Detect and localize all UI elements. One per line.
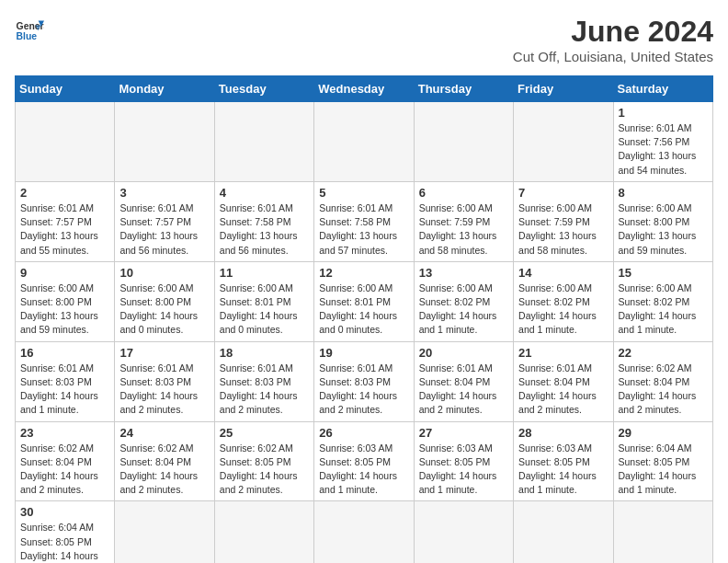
day-info: Sunrise: 6:01 AMSunset: 8:03 PMDaylight:…: [20, 362, 109, 418]
calendar-day-cell: 17Sunrise: 6:01 AMSunset: 8:03 PMDayligh…: [115, 341, 214, 421]
day-info: Sunrise: 6:02 AMSunset: 8:05 PMDaylight:…: [220, 442, 309, 498]
day-info: Sunrise: 6:01 AMSunset: 7:57 PMDaylight:…: [119, 201, 209, 258]
calendar-day-cell: [514, 501, 613, 563]
day-info: Sunrise: 6:01 AMSunset: 7:56 PMDaylight:…: [619, 121, 708, 178]
day-info: Sunrise: 6:01 AMSunset: 7:57 PMDaylight:…: [20, 201, 109, 258]
day-info: Sunrise: 6:00 AMSunset: 8:00 PMDaylight:…: [119, 282, 209, 338]
day-info: Sunrise: 6:01 AMSunset: 8:03 PMDaylight:…: [119, 362, 209, 418]
calendar-day-cell: 8Sunrise: 6:00 AMSunset: 8:00 PMDaylight…: [613, 181, 712, 261]
day-info: Sunrise: 6:00 AMSunset: 8:02 PMDaylight:…: [619, 282, 708, 338]
day-number: 23: [20, 426, 109, 440]
calendar-day-cell: 1Sunrise: 6:01 AMSunset: 7:56 PMDaylight…: [613, 102, 712, 182]
logo-icon: General Blue: [15, 15, 44, 44]
day-info: Sunrise: 6:00 AMSunset: 8:00 PMDaylight:…: [20, 282, 109, 338]
calendar-day-cell: [214, 102, 313, 182]
day-info: Sunrise: 6:01 AMSunset: 8:04 PMDaylight:…: [518, 362, 608, 418]
calendar-week-row: 16Sunrise: 6:01 AMSunset: 8:03 PMDayligh…: [16, 341, 713, 421]
calendar-day-cell: 22Sunrise: 6:02 AMSunset: 8:04 PMDayligh…: [613, 341, 712, 421]
calendar-day-cell: 23Sunrise: 6:02 AMSunset: 8:04 PMDayligh…: [16, 421, 115, 501]
calendar-day-cell: 19Sunrise: 6:01 AMSunset: 8:03 PMDayligh…: [314, 341, 414, 421]
day-of-week-header: Monday: [115, 76, 214, 102]
day-of-week-header: Thursday: [414, 76, 513, 102]
day-of-week-header: Friday: [514, 76, 613, 102]
day-number: 26: [319, 426, 408, 440]
calendar-day-cell: [115, 501, 214, 563]
calendar-day-cell: 18Sunrise: 6:01 AMSunset: 8:03 PMDayligh…: [214, 341, 313, 421]
calendar-day-cell: 21Sunrise: 6:01 AMSunset: 8:04 PMDayligh…: [514, 341, 613, 421]
calendar-day-cell: 4Sunrise: 6:01 AMSunset: 7:58 PMDaylight…: [214, 181, 313, 261]
day-info: Sunrise: 6:01 AMSunset: 7:58 PMDaylight:…: [319, 201, 408, 258]
day-of-week-header: Sunday: [16, 76, 115, 102]
calendar-day-cell: 10Sunrise: 6:00 AMSunset: 8:00 PMDayligh…: [115, 261, 214, 341]
day-number: 28: [518, 426, 608, 440]
day-number: 1: [619, 106, 708, 120]
day-info: Sunrise: 6:00 AMSunset: 8:02 PMDaylight:…: [518, 282, 608, 338]
day-number: 12: [319, 266, 408, 280]
calendar-week-row: 23Sunrise: 6:02 AMSunset: 8:04 PMDayligh…: [16, 421, 713, 501]
calendar-title: June 2024: [513, 15, 713, 49]
day-number: 25: [220, 426, 309, 440]
calendar-subtitle: Cut Off, Louisiana, United States: [513, 49, 713, 64]
calendar-day-cell: [16, 102, 115, 182]
calendar-day-cell: [314, 102, 414, 182]
day-number: 3: [119, 186, 209, 200]
day-info: Sunrise: 6:00 AMSunset: 8:01 PMDaylight:…: [319, 282, 408, 338]
calendar-day-cell: 9Sunrise: 6:00 AMSunset: 8:00 PMDaylight…: [16, 261, 115, 341]
calendar-day-cell: 30Sunrise: 6:04 AMSunset: 8:05 PMDayligh…: [16, 501, 115, 563]
calendar-body: 1Sunrise: 6:01 AMSunset: 7:56 PMDaylight…: [16, 102, 713, 564]
calendar-week-row: 9Sunrise: 6:00 AMSunset: 8:00 PMDaylight…: [16, 261, 713, 341]
day-info: Sunrise: 6:01 AMSunset: 8:04 PMDaylight:…: [419, 362, 508, 418]
day-number: 24: [119, 426, 209, 440]
calendar-day-cell: 11Sunrise: 6:00 AMSunset: 8:01 PMDayligh…: [214, 261, 313, 341]
calendar-day-cell: 6Sunrise: 6:00 AMSunset: 7:59 PMDaylight…: [414, 181, 513, 261]
svg-text:Blue: Blue: [17, 31, 38, 41]
day-info: Sunrise: 6:00 AMSunset: 7:59 PMDaylight:…: [518, 201, 608, 258]
calendar-day-cell: [613, 501, 712, 563]
calendar-day-cell: [514, 102, 613, 182]
day-number: 9: [20, 266, 109, 280]
calendar-day-cell: 13Sunrise: 6:00 AMSunset: 8:02 PMDayligh…: [414, 261, 513, 341]
calendar-day-cell: [214, 501, 313, 563]
calendar-day-cell: 28Sunrise: 6:03 AMSunset: 8:05 PMDayligh…: [514, 421, 613, 501]
day-info: Sunrise: 6:00 AMSunset: 7:59 PMDaylight:…: [419, 201, 508, 258]
day-number: 29: [619, 426, 708, 440]
calendar-day-cell: 3Sunrise: 6:01 AMSunset: 7:57 PMDaylight…: [115, 181, 214, 261]
day-number: 21: [518, 346, 608, 360]
day-info: Sunrise: 6:02 AMSunset: 8:04 PMDaylight:…: [119, 442, 209, 498]
day-number: 4: [220, 186, 309, 200]
calendar-day-cell: 5Sunrise: 6:01 AMSunset: 7:58 PMDaylight…: [314, 181, 414, 261]
day-number: 30: [20, 505, 109, 519]
day-info: Sunrise: 6:04 AMSunset: 8:05 PMDaylight:…: [619, 442, 708, 498]
day-number: 19: [319, 346, 408, 360]
day-number: 27: [419, 426, 508, 440]
day-info: Sunrise: 6:03 AMSunset: 8:05 PMDaylight:…: [419, 442, 508, 498]
calendar-day-cell: 24Sunrise: 6:02 AMSunset: 8:04 PMDayligh…: [115, 421, 214, 501]
day-info: Sunrise: 6:01 AMSunset: 8:03 PMDaylight:…: [319, 362, 408, 418]
calendar-week-row: 30Sunrise: 6:04 AMSunset: 8:05 PMDayligh…: [16, 501, 713, 563]
calendar-day-cell: 25Sunrise: 6:02 AMSunset: 8:05 PMDayligh…: [214, 421, 313, 501]
calendar-day-cell: 12Sunrise: 6:00 AMSunset: 8:01 PMDayligh…: [314, 261, 414, 341]
calendar-day-cell: 26Sunrise: 6:03 AMSunset: 8:05 PMDayligh…: [314, 421, 414, 501]
day-info: Sunrise: 6:04 AMSunset: 8:05 PMDaylight:…: [20, 521, 109, 563]
day-number: 7: [518, 186, 608, 200]
day-info: Sunrise: 6:00 AMSunset: 8:01 PMDaylight:…: [220, 282, 309, 338]
calendar-day-cell: 16Sunrise: 6:01 AMSunset: 8:03 PMDayligh…: [16, 341, 115, 421]
calendar-day-cell: 7Sunrise: 6:00 AMSunset: 7:59 PMDaylight…: [514, 181, 613, 261]
calendar-header: SundayMondayTuesdayWednesdayThursdayFrid…: [16, 76, 713, 102]
calendar-day-cell: [115, 102, 214, 182]
day-number: 15: [619, 266, 708, 280]
day-number: 18: [220, 346, 309, 360]
day-info: Sunrise: 6:03 AMSunset: 8:05 PMDaylight:…: [319, 442, 408, 498]
day-number: 10: [119, 266, 209, 280]
day-info: Sunrise: 6:01 AMSunset: 7:58 PMDaylight:…: [220, 201, 309, 258]
day-number: 8: [619, 186, 708, 200]
day-number: 17: [119, 346, 209, 360]
calendar-day-cell: 14Sunrise: 6:00 AMSunset: 8:02 PMDayligh…: [514, 261, 613, 341]
day-info: Sunrise: 6:02 AMSunset: 8:04 PMDaylight:…: [619, 362, 708, 418]
day-number: 14: [518, 266, 608, 280]
day-number: 16: [20, 346, 109, 360]
day-of-week-header: Saturday: [613, 76, 712, 102]
calendar-day-cell: 27Sunrise: 6:03 AMSunset: 8:05 PMDayligh…: [414, 421, 513, 501]
calendar-table: SundayMondayTuesdayWednesdayThursdayFrid…: [15, 75, 713, 563]
day-number: 20: [419, 346, 508, 360]
